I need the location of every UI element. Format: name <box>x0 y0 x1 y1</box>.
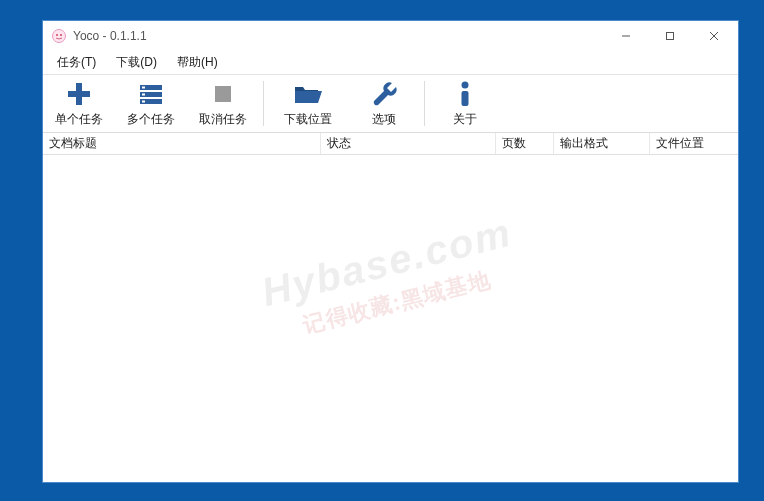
svg-rect-12 <box>142 87 145 89</box>
col-pages[interactable]: 页数 <box>496 133 554 154</box>
multi-task-button[interactable]: 多个任务 <box>115 75 187 132</box>
toolbtn-label: 下载位置 <box>284 111 332 128</box>
menu-downloads[interactable]: 下载(D) <box>106 51 167 74</box>
col-output-format[interactable]: 输出格式 <box>554 133 650 154</box>
svg-rect-15 <box>215 86 231 102</box>
info-icon <box>458 79 472 109</box>
toolbtn-label: 关于 <box>453 111 477 128</box>
svg-point-2 <box>60 34 62 36</box>
list-icon <box>137 79 165 109</box>
app-icon <box>51 28 67 44</box>
menu-help[interactable]: 帮助(H) <box>167 51 228 74</box>
download-location-button[interactable]: 下载位置 <box>268 75 348 132</box>
menu-tasks[interactable]: 任务(T) <box>47 51 106 74</box>
folder-open-icon <box>292 79 324 109</box>
watermark-line2: 记得收藏:黑域基地 <box>269 258 524 349</box>
svg-rect-8 <box>68 91 90 97</box>
col-doc-title[interactable]: 文档标题 <box>43 133 321 154</box>
svg-point-0 <box>53 30 66 43</box>
single-task-button[interactable]: 单个任务 <box>43 75 115 132</box>
options-button[interactable]: 选项 <box>348 75 420 132</box>
plus-icon <box>65 79 93 109</box>
wrench-icon <box>370 79 398 109</box>
window-title: Yoco - 0.1.1.1 <box>73 29 147 43</box>
table-header: 文档标题 状态 页数 输出格式 文件位置 <box>43 133 738 155</box>
close-button[interactable] <box>692 22 736 50</box>
app-window: Yoco - 0.1.1.1 任务(T) 下载(D) 帮助(H) 单个任务 <box>42 20 739 483</box>
svg-rect-17 <box>462 91 469 106</box>
toolbar-separator <box>424 81 425 126</box>
maximize-button[interactable] <box>648 22 692 50</box>
watermark-line1: Hybase.com <box>257 210 516 316</box>
menubar: 任务(T) 下载(D) 帮助(H) <box>43 51 738 75</box>
toolbtn-label: 单个任务 <box>55 111 103 128</box>
svg-point-1 <box>56 34 58 36</box>
toolbar: 单个任务 多个任务 取消任务 <box>43 75 738 133</box>
titlebar: Yoco - 0.1.1.1 <box>43 21 738 51</box>
minimize-button[interactable] <box>604 22 648 50</box>
toolbtn-label: 选项 <box>372 111 396 128</box>
watermark: Hybase.com 记得收藏:黑域基地 <box>257 210 524 349</box>
col-file-location[interactable]: 文件位置 <box>650 133 738 154</box>
stop-icon <box>211 79 235 109</box>
table-body: Hybase.com 记得收藏:黑域基地 <box>43 155 738 482</box>
svg-rect-14 <box>142 101 145 103</box>
col-status[interactable]: 状态 <box>321 133 496 154</box>
svg-point-16 <box>462 82 469 89</box>
toolbtn-label: 取消任务 <box>199 111 247 128</box>
toolbtn-label: 多个任务 <box>127 111 175 128</box>
svg-rect-4 <box>667 33 674 40</box>
cancel-task-button[interactable]: 取消任务 <box>187 75 259 132</box>
svg-rect-13 <box>142 94 145 96</box>
about-button[interactable]: 关于 <box>429 75 501 132</box>
toolbar-separator <box>263 81 264 126</box>
